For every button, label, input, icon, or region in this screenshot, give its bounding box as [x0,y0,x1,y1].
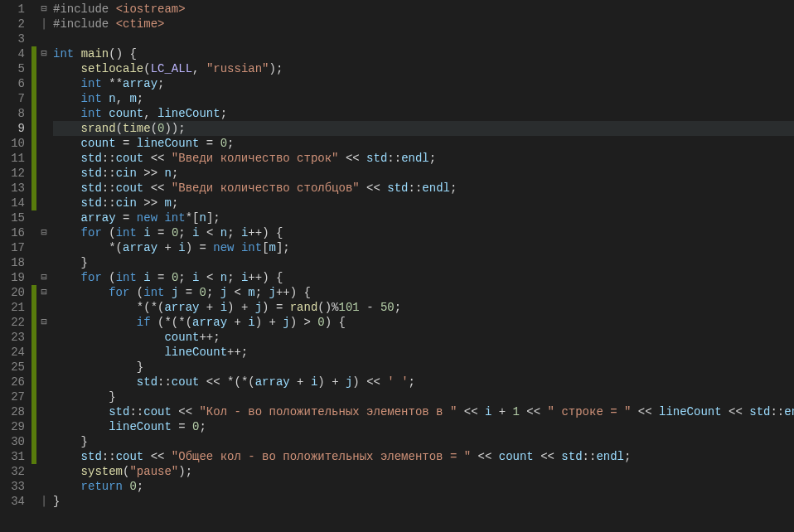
token-c: i [143,226,150,239]
token-s: "Общее кол - во положительных элементов … [172,450,471,463]
fold-collapse-icon[interactable]: ⊟ [36,270,51,285]
fold-collapse-icon[interactable]: ⊟ [36,285,51,300]
line-number: 10 [0,136,25,151]
token-p: ; [255,286,269,299]
token-p: ( [102,271,116,284]
line-number-gutter: 1234567891011121314151617181920212223242… [0,2,31,532]
token-p: ) << [352,375,387,389]
token-t: int [81,77,102,90]
token-t: int [116,271,137,284]
token-p: ++; [199,331,220,344]
token-ang: <iostream> [116,2,186,16]
code-editor[interactable]: 1234567891011121314151617181920212223242… [0,0,794,532]
token-c: cout [116,152,144,165]
code-line[interactable]: std::cout << "Общее кол - во положительн… [53,449,794,464]
line-number: 3 [0,31,25,46]
token-p: } [109,390,115,404]
token-p: ; [395,301,401,314]
code-line[interactable]: } [53,434,794,449]
token-ch: ' ' [387,375,408,389]
token-c: cout [116,450,144,463]
fold-collapse-icon[interactable]: ⊟ [36,315,51,330]
token-c: n [220,271,227,284]
token-p: :: [157,375,172,389]
fold-spacer [36,106,51,121]
code-line[interactable]: #include <ctime> [53,17,794,31]
fold-spacer [36,345,51,360]
fold-spacer [36,330,51,345]
fold-spacer [36,196,51,210]
token-p: ** [102,77,123,90]
code-line[interactable]: } [53,360,794,375]
code-line[interactable]: std::cout << "Кол - во положительных эле… [53,404,794,419]
code-line[interactable]: } [53,389,794,404]
code-line[interactable]: int **array; [53,76,794,91]
token-p: = [116,137,137,150]
code-line[interactable]: *(*(array + i) + j) = rand()%101 - 50; [53,300,794,315]
token-n: 0 [317,316,324,329]
fold-collapse-icon[interactable]: ⊟ [36,2,51,17]
token-c: cout [116,181,144,195]
token-p: ++) { [276,286,311,299]
line-number: 14 [0,196,25,210]
token-p: = [151,226,172,239]
token-p: :: [583,450,597,463]
token-c: m [129,92,136,105]
fold-spacer [36,389,51,404]
code-line[interactable]: count++; [53,330,794,345]
code-line[interactable]: count = lineCount = 0; [53,136,794,151]
token-p: - [360,301,380,314]
code-line[interactable]: #include <iostream> [53,2,794,17]
token-p: (*(*( [151,316,192,329]
fold-collapse-icon[interactable]: ⊟ [36,225,51,240]
code-line[interactable]: int n, m; [53,91,794,106]
code-line[interactable]: setlocale(LC_ALL, "russian"); [53,61,794,76]
code-line[interactable]: } [53,255,794,270]
code-line[interactable]: for (int i = 0; i < n; i++) { [53,270,794,285]
line-number: 20 [0,285,25,300]
token-p: ) > [290,316,318,329]
code-line[interactable]: system("pause"); [53,464,794,479]
code-line[interactable]: std::cout << *(*(array + i) + j) << ' '; [53,375,794,389]
token-p: *[ [186,211,200,225]
fold-spacer [36,255,51,270]
code-line[interactable]: if (*(*(array + i) + j) > 0) { [53,315,794,330]
code-line[interactable]: for (int j = 0; j < m; j++) { [53,285,794,300]
token-p: ; [227,226,241,239]
token-c: std [137,375,157,389]
token-p: ( [129,286,143,299]
token-p: } [81,435,88,448]
code-line[interactable]: return 0; [53,479,794,494]
code-line[interactable]: lineCount++; [53,345,794,360]
code-line[interactable] [53,31,794,46]
token-c: i [178,241,185,254]
code-line[interactable]: srand(time(0)); [53,121,794,136]
line-number: 34 [0,494,25,509]
code-line[interactable]: std::cin >> m; [53,196,794,210]
code-line[interactable]: for (int i = 0; i < n; i++) { [53,225,794,240]
code-line[interactable]: std::cin >> n; [53,166,794,181]
token-c: m [248,286,254,299]
token-ang: <ctime> [116,17,165,31]
code-line[interactable]: int count, lineCount; [53,106,794,121]
fold-spacer [36,419,51,434]
token-p: :: [102,196,116,210]
code-line[interactable]: std::cout << "Введи количество столбцов"… [53,181,794,196]
token-c: std [387,181,408,195]
fold-spacer [36,61,51,76]
token-p: :: [409,181,423,195]
code-line[interactable]: std::cout << "Введи количество строк" <<… [53,151,794,166]
code-line[interactable]: *(array + i) = new int[m]; [53,240,794,255]
fold-gutter[interactable]: ⊟│⊟⊟⊟⊟⊟│ [36,2,51,532]
token-c: m [164,196,171,210]
code-line[interactable]: int main() { [53,46,794,61]
code-line[interactable]: lineCount = 0; [53,419,794,434]
line-number: 12 [0,166,25,181]
code-line[interactable]: array = new int*[n]; [53,210,794,225]
token-inc: #include [53,17,116,31]
code-line[interactable]: } [53,494,794,509]
fold-collapse-icon[interactable]: ⊟ [36,46,51,61]
token-c: array [164,301,199,314]
token-p: , [143,107,157,120]
code-area[interactable]: #include <iostream>#include <ctime>int m… [51,2,794,532]
